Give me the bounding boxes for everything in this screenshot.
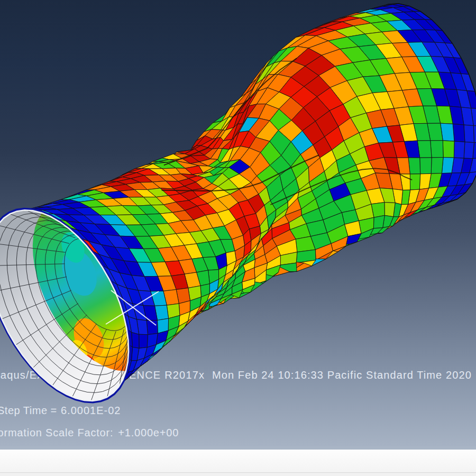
footer-below-strip [0,473,476,476]
abaqus-viewport: Abaqus/Explicit 3DEXPERIENCE R2017x Mon … [0,0,476,476]
model-viewport[interactable] [0,0,476,476]
